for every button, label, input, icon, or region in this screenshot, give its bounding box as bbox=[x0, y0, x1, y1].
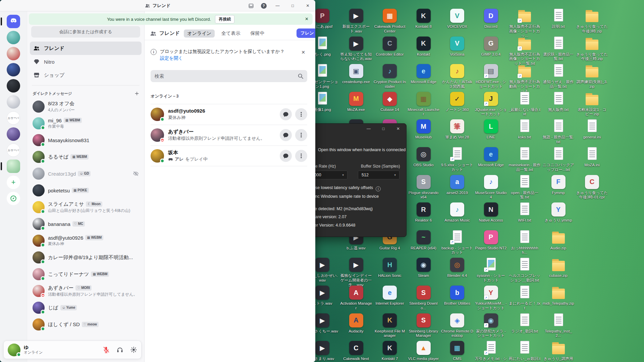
friend-row[interactable]: あずきバー活動者様以外原則フレンド申請許可してません。 bbox=[151, 125, 307, 145]
desktop-icon[interactable]: ◈Chrome Remote Desktop bbox=[441, 313, 473, 338]
more-button[interactable] bbox=[295, 129, 307, 141]
desktop-icon[interactable]: FFymmp bbox=[542, 174, 575, 195]
desktop-icon[interactable]: cubase.zip bbox=[542, 257, 575, 278]
dm-item[interactable]: あずきバー♡ MORI活動者様以外原則フレンド申請許可してません。 bbox=[30, 283, 142, 299]
desktop-icon[interactable]: ↗9.5.xlsx - ショートカット bbox=[441, 146, 473, 172]
dm-item[interactable]: るるそば▦ WEBM bbox=[30, 148, 142, 165]
desktop-icon[interactable]: MMuseHub bbox=[408, 119, 440, 140]
desktop-icon[interactable]: WIFI.txt bbox=[508, 202, 541, 223]
server-icon[interactable]: カサーバ bbox=[7, 143, 20, 157]
dm-item[interactable]: asdf@yuto0926▦ WEBM夏休み神 bbox=[30, 232, 142, 249]
desktop-icon[interactable]: AActivation Manager bbox=[340, 285, 372, 310]
desktop-icon[interactable]: ▶答え知ってても知らないわこれ.wav bbox=[340, 36, 372, 61]
dm-item[interactable]: カレー卯丼@8/19より期限不明活動... bbox=[30, 249, 142, 266]
desktop-icon[interactable]: ラジオ_歌詞.txt bbox=[508, 313, 541, 334]
desktop-icon[interactable]: CCakewalk Next bbox=[340, 340, 372, 361]
info-icon[interactable]: i bbox=[376, 186, 381, 191]
desktop-icon[interactable]: おっhhhhhhhhhh... bbox=[508, 230, 541, 255]
desktop-icon[interactable]: ▦CMS bbox=[441, 340, 473, 361]
desktop-icon[interactable]: GGIMP 3.0.4 bbox=[475, 36, 507, 57]
more-button[interactable] bbox=[295, 108, 307, 120]
sidebar-item-nitro[interactable]: Nitro bbox=[30, 55, 142, 68]
help-button[interactable]: ? bbox=[257, 3, 270, 9]
explore-servers-button[interactable] bbox=[7, 192, 20, 205]
desktop-icon[interactable]: SPlogue sforzando x64 bbox=[408, 174, 440, 200]
desktop-icon[interactable]: SSteinberg Library Manager bbox=[408, 313, 440, 338]
desktop-icon[interactable]: ▤↗HDDFMT.exe - ショートカット bbox=[475, 63, 507, 89]
server-icon[interactable] bbox=[7, 79, 20, 93]
add-server-button[interactable]: + bbox=[7, 176, 20, 189]
desktop-icon[interactable]: きゅうり_調声用データ.zip bbox=[542, 340, 575, 362]
desktop-icon[interactable]: ♪Amazon Music bbox=[441, 202, 473, 223]
desktop-icon[interactable]: ヘルスコンプレッション__歌詞.txt bbox=[508, 257, 541, 283]
desktop-icon[interactable]: 名称未設定1 - コピー.zip bbox=[576, 91, 608, 117]
server-icon[interactable] bbox=[7, 31, 20, 44]
open-settings-link[interactable]: 設定を開く bbox=[160, 56, 183, 61]
desktop-icon[interactable]: ♪かんたん！AITalk 3 関西風 bbox=[441, 63, 473, 89]
desktop-icon[interactable]: aairset2-2019 bbox=[441, 174, 473, 195]
desktop-icon[interactable]: VVOICEVOX bbox=[441, 8, 473, 29]
desktop-icon[interactable]: LLINE bbox=[475, 119, 507, 140]
reconnect-button[interactable]: 再接続 bbox=[215, 15, 234, 23]
banner-close-icon[interactable]: ✕ bbox=[305, 16, 309, 21]
desktop-icon[interactable]: KKeepforest File Manager bbox=[374, 313, 406, 338]
desktop-icon[interactable]: RReaktor 6 bbox=[408, 202, 440, 223]
dm-item[interactable]: ほしくず / SD♡ meow bbox=[30, 316, 142, 333]
desktop-icon[interactable]: NNative Access bbox=[475, 202, 507, 223]
desktop-icon[interactable]: ↗backup - ショートカット bbox=[441, 230, 473, 255]
desktop-icon[interactable]: ↗無人販売不正行為画像 - ショートカッ... bbox=[508, 8, 541, 38]
desktop-icon[interactable]: ニコニコバックアップロー...txt bbox=[542, 146, 575, 172]
notice-close-icon[interactable]: ✕ bbox=[301, 49, 305, 56]
friend-row[interactable]: 坂本アレをプレイ中 bbox=[151, 145, 307, 166]
desktop-icon[interactable]: ↗無人販売不正行為画像 - ショートカット一覧.txt bbox=[508, 36, 541, 66]
maximize-button[interactable]: □ bbox=[285, 0, 300, 11]
desktop-icon[interactable]: ↗万引きメモ.txt - ショートカット bbox=[475, 340, 507, 362]
desktop-icon[interactable]: 無人販売.txt bbox=[542, 91, 575, 112]
desktop-icon[interactable]: Audio.zip bbox=[542, 230, 575, 251]
dialog-close-button[interactable]: ✕ bbox=[391, 124, 406, 134]
server-icon[interactable] bbox=[7, 160, 20, 173]
dialog-maximize-button[interactable]: □ bbox=[376, 124, 391, 134]
desktop-icon[interactable]: ◆Cubase 14 bbox=[374, 91, 406, 112]
dm-item[interactable]: じば☺ Yume bbox=[30, 299, 142, 316]
desktop-icon[interactable]: ▣createdump.exe bbox=[340, 63, 372, 84]
desktop-icon[interactable]: ↗syasinn - ショートカット bbox=[475, 257, 507, 283]
server-icon[interactable] bbox=[7, 95, 20, 109]
desktop-icon[interactable]: VVoiSona bbox=[441, 36, 473, 57]
desktop-icon[interactable]: まにわーるど！.txt bbox=[508, 285, 541, 310]
desktop-icon[interactable]: SSteinberg Downlo... bbox=[408, 285, 440, 310]
dm-item[interactable]: mi_96▦ WEBM作業中毒 bbox=[30, 115, 142, 132]
desktop-icon[interactable]: AAudacity bbox=[340, 313, 372, 334]
server-icon[interactable] bbox=[7, 47, 20, 60]
desktop-icon[interactable]: CController Editor bbox=[374, 36, 406, 57]
desktop-icon[interactable]: Y↗YukkuriMovieM... - ショートカット bbox=[475, 285, 507, 310]
desktop-icon[interactable]: ▲VLC media player bbox=[408, 340, 440, 361]
desktop-icon[interactable]: 選択肢 - 親作品一覧.txt bbox=[542, 36, 575, 61]
dialog-minimize-button[interactable]: — bbox=[361, 124, 376, 134]
desktop-icon[interactable]: 通知うぜえ - 親作品一覧.txt bbox=[542, 63, 575, 89]
desktop-icon[interactable]: ~REAPER (x64) bbox=[408, 230, 440, 251]
desktop-icon[interactable]: KKontakt 7 bbox=[374, 340, 406, 361]
desktop-icon[interactable]: 死にたい_ゅ歌詞.txt bbox=[508, 340, 541, 362]
desktop-icon[interactable]: ♪MuseScore Studio 4 bbox=[475, 174, 507, 200]
desktop-icon[interactable]: ▦Cakewalk Product Center bbox=[374, 8, 406, 34]
add-friend-button[interactable]: フレンド追加 bbox=[297, 28, 315, 38]
start-conversation-button[interactable]: 会話に参加または作成する bbox=[31, 26, 140, 38]
close-button[interactable]: ✕ bbox=[300, 0, 315, 11]
eye-off-icon[interactable] bbox=[133, 171, 139, 177]
create-dm-icon[interactable] bbox=[134, 91, 140, 96]
friend-row[interactable]: asdf@yuto0926夏休み神 bbox=[151, 104, 307, 125]
message-button[interactable] bbox=[280, 150, 292, 162]
server-icon[interactable] bbox=[7, 127, 20, 141]
desktop-icon[interactable]: 筆筆まめ Ver.28 bbox=[441, 119, 473, 140]
desktop-icon[interactable]: open - 親作品一覧.txt bbox=[508, 174, 541, 200]
sidebar-item-friends[interactable]: フレンド bbox=[30, 42, 142, 55]
dm-item[interactable]: 8/23 オフ会4人のメンバー bbox=[30, 98, 142, 115]
desktop-icon[interactable]: ✓ノートン 360 bbox=[441, 91, 473, 112]
desktop-icon[interactable]: ◎OBS Studio bbox=[408, 146, 440, 168]
dm-item[interactable]: Masayukisnow831 bbox=[30, 132, 142, 148]
desktop-icon[interactable]: ↗無人販売不正行為動画 - ショートカット bbox=[508, 63, 541, 94]
desktop-icon[interactable]: manisekarin - 親作品一覧.txt bbox=[508, 146, 541, 172]
desktop-icon[interactable]: ◎Blender 4.4 bbox=[441, 257, 473, 278]
desktop-icon[interactable]: HHALion Sonic bbox=[374, 257, 406, 278]
